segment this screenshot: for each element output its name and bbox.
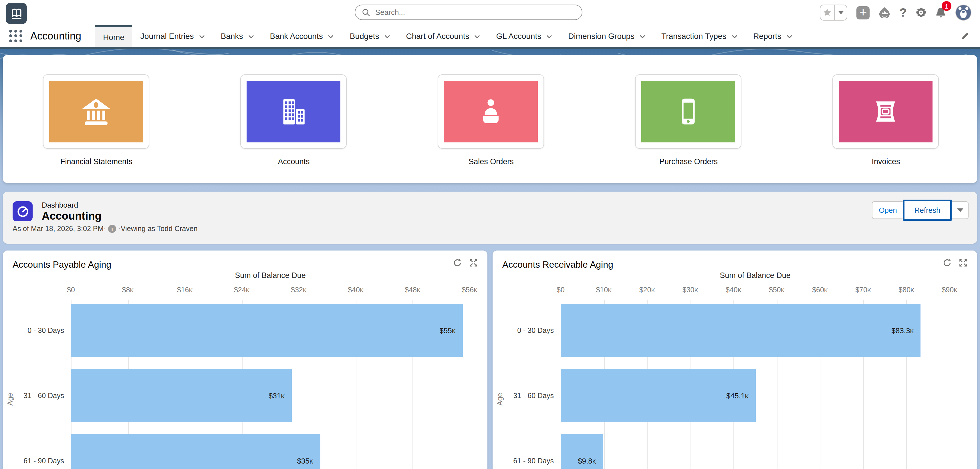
ticket-icon — [838, 81, 932, 142]
expand-chart-icon[interactable] — [469, 259, 478, 267]
chevron-down-icon — [640, 35, 645, 38]
dashboard-buttons: Open Refresh — [872, 201, 969, 219]
edit-nav-pencil-icon[interactable] — [961, 32, 970, 42]
nav-tabs: HomeJournal EntriesBanksBank AccountsBud… — [95, 25, 800, 47]
chevron-down-icon — [199, 35, 205, 38]
x-tick-label: $80K — [899, 286, 914, 294]
refresh-chart-icon[interactable] — [943, 259, 951, 267]
favorites-button-group[interactable] — [820, 5, 847, 21]
x-tick-label: $8K — [122, 286, 134, 294]
chart-title: Accounts Receivable Aging — [502, 260, 613, 270]
tile-box[interactable] — [832, 74, 939, 149]
nav-tab-label: Banks — [221, 32, 243, 41]
search-icon — [362, 8, 370, 16]
global-search[interactable] — [355, 5, 582, 20]
quick-access-tiles-card: Financial StatementsAccountsSales Orders… — [3, 55, 977, 183]
chevron-down-icon — [786, 35, 792, 38]
favorites-caret[interactable] — [834, 5, 847, 20]
nav-tab-label: Journal Entries — [140, 32, 194, 41]
nav-tab-chart-of-accounts[interactable]: Chart of Accounts — [398, 25, 488, 47]
x-tick-label: $32K — [291, 286, 307, 294]
tile-box[interactable] — [635, 74, 741, 149]
tile-invoices[interactable]: Invoices — [832, 74, 940, 166]
nav-tab-label: GL Accounts — [496, 32, 541, 41]
nav-tab-gl-accounts[interactable]: GL Accounts — [488, 25, 560, 47]
tile-label: Invoices — [832, 157, 940, 166]
nav-tab-bank-accounts[interactable]: Bank Accounts — [262, 25, 342, 47]
x-tick-label: $48K — [405, 286, 420, 294]
dashboard-type-label: Dashboard — [42, 201, 78, 209]
notifications-bell-icon[interactable]: 1 — [935, 7, 946, 18]
nav-tab-journal-entries[interactable]: Journal Entries — [132, 25, 213, 47]
favorite-star-icon[interactable] — [820, 5, 834, 20]
nav-tab-banks[interactable]: Banks — [213, 25, 262, 47]
bank-icon — [49, 81, 143, 142]
expand-chart-icon[interactable] — [959, 259, 967, 267]
x-tick-label: $0 — [557, 286, 565, 294]
nav-tab-label: Home — [103, 32, 124, 41]
global-header: + ? 1 — [0, 0, 980, 25]
tile-sales-orders[interactable]: Sales Orders — [438, 74, 545, 166]
bar-value-label: $83.3K — [888, 326, 914, 335]
category-label: 0 - 30 Days — [7, 326, 64, 334]
chart-card-icons — [453, 259, 478, 267]
x-tick-label: $70K — [855, 286, 871, 294]
dashboard-asof: As of Mar 18, 2026, 3:02 PM· i ·Viewing … — [13, 225, 198, 233]
buildings-icon — [246, 81, 340, 142]
help-icon[interactable]: ? — [899, 6, 907, 19]
app-launcher-icon[interactable] — [9, 29, 22, 43]
category-label: 31 - 60 Days — [7, 391, 64, 399]
bar-0-30Days[interactable] — [561, 304, 921, 357]
open-button[interactable]: Open — [872, 201, 903, 219]
chart-ylabel: Age — [6, 393, 14, 406]
bar-value-label: $55K — [430, 326, 456, 335]
chart-card-icons — [943, 259, 967, 267]
app-nav-bar: Accounting HomeJournal EntriesBanksBank … — [0, 25, 980, 49]
bar-value-label: $45.1K — [722, 391, 749, 400]
tile-accounts[interactable]: Accounts — [240, 74, 348, 166]
refresh-button[interactable]: Refresh — [903, 200, 952, 221]
nav-tab-home[interactable]: Home — [95, 25, 132, 47]
trailhead-icon[interactable] — [878, 7, 891, 18]
user-avatar[interactable] — [955, 5, 971, 21]
x-tick-label: $40K — [348, 286, 364, 294]
bar-value-label: $9.8K — [570, 456, 596, 465]
chevron-down-icon — [328, 35, 334, 38]
x-tick-label: $10K — [596, 286, 612, 294]
bar-61-90Days[interactable] — [71, 434, 320, 469]
x-tick-label: $50K — [769, 286, 784, 294]
viewing-as-text: ·Viewing as Todd Craven — [118, 225, 198, 233]
bar-0-30Days[interactable] — [71, 304, 463, 357]
chart-xlabel: Sum of Balance Due — [235, 271, 306, 280]
nav-tab-label: Budgets — [350, 32, 379, 41]
tile-label: Sales Orders — [438, 157, 545, 166]
dashboard-more-caret-button[interactable] — [951, 201, 969, 219]
nav-tab-label: Bank Accounts — [270, 32, 323, 41]
nav-tab-dimension-groups[interactable]: Dimension Groups — [560, 25, 653, 47]
tile-label: Accounts — [240, 157, 348, 166]
tile-box[interactable] — [43, 74, 149, 149]
x-tick-label: $30K — [682, 286, 698, 294]
nav-tab-budgets[interactable]: Budgets — [342, 25, 398, 47]
nav-tab-transaction-types[interactable]: Transaction Types — [653, 25, 745, 47]
chevron-down-icon — [732, 35, 737, 38]
info-icon[interactable]: i — [108, 225, 116, 233]
header-actions: + ? 1 — [820, 0, 980, 25]
tile-purchase-orders[interactable]: Purchase Orders — [635, 74, 742, 166]
tile-box[interactable] — [438, 74, 544, 149]
accounts-receivable-aging-card: Accounts Receivable AgingSum of Balance … — [493, 251, 977, 469]
tile-financial-statements[interactable]: Financial Statements — [43, 74, 150, 166]
quick-create-button[interactable]: + — [856, 6, 870, 19]
app-logo[interactable] — [6, 3, 27, 24]
tile-box[interactable] — [240, 74, 347, 149]
notification-badge: 1 — [942, 1, 951, 11]
phone-icon — [641, 81, 735, 142]
x-tick-label: $16K — [177, 286, 193, 294]
nav-tab-label: Reports — [753, 32, 781, 41]
nav-tab-reports[interactable]: Reports — [745, 25, 800, 47]
nav-tab-label: Dimension Groups — [568, 32, 635, 41]
x-tick-label: $20K — [639, 286, 655, 294]
setup-gear-icon[interactable] — [915, 7, 927, 18]
search-input[interactable] — [374, 8, 571, 17]
refresh-chart-icon[interactable] — [453, 259, 462, 267]
